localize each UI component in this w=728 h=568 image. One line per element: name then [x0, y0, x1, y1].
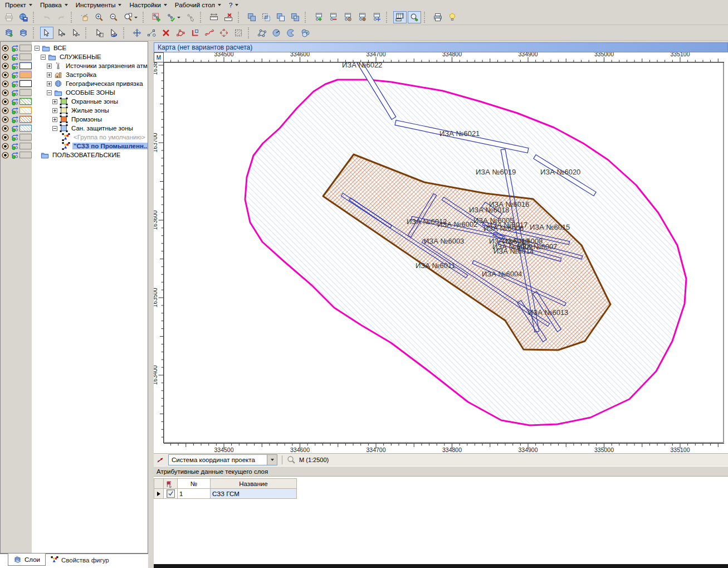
layer-row-12[interactable]: ПОЛЬЗОВАТЕЛЬСКИЕ — [1, 151, 148, 159]
tree-expander-plus[interactable] — [52, 117, 57, 122]
layer-print-icon[interactable] — [10, 98, 19, 106]
layer-style-swatch[interactable] — [19, 134, 32, 140]
layer-visibility-icon[interactable] — [1, 115, 10, 124]
layer-visibility-icon[interactable] — [1, 151, 10, 159]
select-add-button[interactable] — [55, 27, 68, 39]
row-checkbox-cell[interactable] — [164, 489, 178, 499]
layer-visibility-icon[interactable] — [1, 44, 10, 52]
layer-row-10[interactable]: <Группа по умолчанию> — [1, 133, 148, 142]
layer-visibility-icon[interactable] — [1, 71, 10, 79]
layer-visibility-icon[interactable] — [1, 133, 10, 142]
layer-print-icon[interactable] — [10, 89, 19, 97]
clear-measure-button[interactable] — [222, 11, 235, 23]
bool-xor-button[interactable] — [289, 11, 302, 23]
select-undo-button[interactable] — [107, 27, 120, 39]
panel-splitter[interactable] — [148, 41, 154, 568]
layer-style-swatch[interactable] — [19, 80, 32, 87]
bool-union-button[interactable] — [245, 11, 258, 23]
tree-expander-plus[interactable] — [47, 81, 52, 86]
save-map-button[interactable] — [17, 11, 30, 23]
layer-row-11[interactable]: "СЗЗ по Промышленн... — [1, 142, 148, 151]
layer-visibility-icon[interactable] — [1, 89, 10, 97]
map-title-bar[interactable]: Карта (нет вариантов расчета) — [154, 42, 728, 52]
attr-view-button[interactable] — [341, 11, 354, 23]
layer-style-swatch[interactable] — [19, 116, 32, 123]
tips-button[interactable] — [446, 11, 459, 23]
edit-rectangle-button[interactable] — [188, 27, 202, 39]
layer-style-swatch[interactable] — [19, 71, 32, 78]
layer-style-swatch[interactable] — [19, 125, 32, 132]
select-subtract-button[interactable] — [69, 27, 82, 39]
attr-style-button[interactable] — [355, 11, 369, 23]
tree-expander-minus[interactable] — [41, 55, 46, 60]
pan-hand-button[interactable] — [78, 11, 91, 23]
menu-правка[interactable]: Правка — [36, 1, 72, 9]
tree-expander-minus[interactable] — [47, 90, 52, 95]
coord-system-select[interactable]: Система координат проекта — [168, 454, 277, 465]
menu-настройки[interactable]: Настройки — [125, 1, 170, 9]
layer-visibility-icon[interactable] — [1, 98, 10, 106]
layer-row-1[interactable]: СЛУЖЕБНЫЕ — [1, 52, 148, 61]
layer-row-9[interactable]: Сан. защитные зоны — [1, 124, 148, 133]
layer-visibility-icon[interactable] — [1, 124, 10, 133]
num-column-header[interactable]: № — [178, 479, 211, 489]
menu-рабочий-стол[interactable]: Рабочий стол — [171, 1, 225, 9]
layer-visibility-icon[interactable] — [1, 106, 10, 115]
pick-object-button[interactable] — [184, 11, 197, 23]
layer-row-4[interactable]: Географическая привязка — [1, 79, 148, 88]
layer-print-icon[interactable] — [10, 124, 19, 133]
layer-row-5[interactable]: ОСОБЫЕ ЗОНЫ — [1, 88, 148, 97]
layer-style-swatch[interactable] — [19, 89, 32, 96]
layers-list-button[interactable] — [17, 27, 30, 39]
layer-visibility-icon[interactable] — [1, 53, 10, 61]
measure-ruler-button[interactable] — [207, 11, 221, 23]
edit-polyline-button[interactable] — [203, 27, 216, 39]
attr-move-button[interactable] — [370, 11, 383, 23]
apply-objects-button[interactable] — [164, 11, 183, 23]
layer-style-swatch[interactable] — [19, 98, 32, 105]
delete-object-button[interactable] — [159, 27, 173, 39]
tab-figure-properties[interactable]: Свойства фигур — [46, 555, 114, 565]
undo-button[interactable] — [40, 11, 53, 23]
menu--[interactable]: ? — [225, 1, 242, 9]
edit-hatch-button[interactable] — [232, 27, 245, 39]
tree-expander-plus[interactable] — [52, 99, 57, 104]
layer-row-7[interactable]: Жилые зоны — [1, 106, 148, 115]
draw-cluster-button[interactable] — [299, 27, 312, 39]
tab-layers[interactable]: Слои — [8, 554, 46, 566]
tree-expander-plus[interactable] — [47, 64, 52, 69]
layer-print-icon[interactable] — [10, 80, 19, 88]
tree-expander-minus[interactable] — [52, 126, 57, 131]
layer-print-icon[interactable] — [10, 115, 19, 124]
layer-style-swatch[interactable] — [19, 45, 32, 51]
layer-visibility-icon[interactable] — [1, 142, 10, 151]
menu-проект[interactable]: Проект — [1, 1, 36, 9]
print-button[interactable] — [2, 11, 16, 23]
layer-row-2[interactable]: Источники загрязнения атм... — [1, 61, 148, 70]
layer-row-8[interactable]: Промзоны — [1, 115, 148, 124]
add-object-button[interactable] — [150, 11, 163, 23]
layer-print-icon[interactable] — [10, 44, 19, 52]
layer-row-6[interactable]: Охранные зоны — [1, 97, 148, 106]
edit-nodes-button[interactable] — [145, 27, 158, 39]
redo-button[interactable] — [55, 11, 68, 23]
row-name-cell[interactable]: СЗЗ ГСМ — [211, 489, 297, 499]
tree-expander-plus[interactable] — [47, 72, 52, 77]
edit-circle-button[interactable] — [217, 27, 231, 39]
layer-print-icon[interactable] — [10, 151, 19, 159]
attr-remove-button[interactable] — [326, 11, 340, 23]
layer-row-0[interactable]: ВСЕ — [1, 43, 148, 52]
zoom-extent-button[interactable] — [121, 11, 140, 23]
zoom-out-button[interactable] — [107, 11, 120, 23]
row-checkbox[interactable] — [167, 489, 175, 498]
row-num-cell[interactable]: 1 — [178, 489, 211, 499]
select-by-attr-button[interactable] — [92, 27, 106, 39]
layer-style-swatch[interactable] — [19, 143, 32, 149]
select-cursor-button[interactable] — [40, 27, 53, 39]
tree-expander-plus[interactable] — [52, 108, 57, 113]
layer-row-3[interactable]: Застройка — [1, 70, 148, 79]
layer-style-swatch[interactable] — [19, 54, 32, 60]
layer-print-icon[interactable] — [10, 71, 19, 79]
layer-style-swatch[interactable] — [19, 152, 32, 158]
menu-инструменты[interactable]: Инструменты — [72, 1, 126, 9]
